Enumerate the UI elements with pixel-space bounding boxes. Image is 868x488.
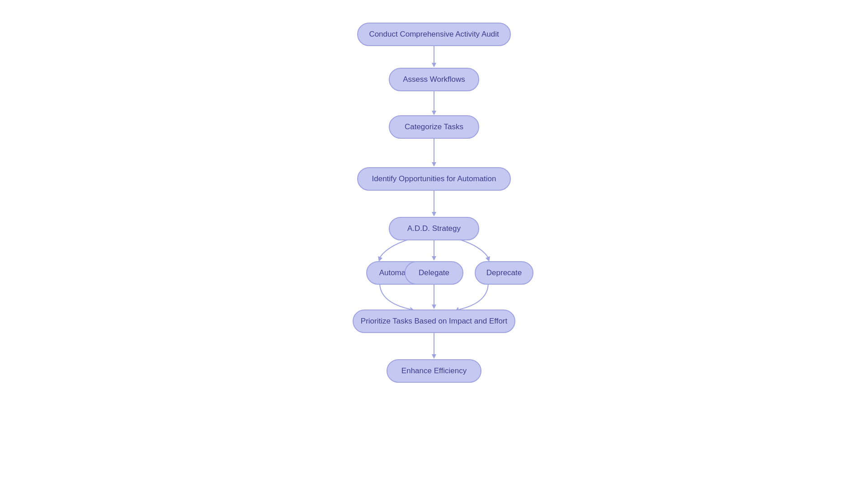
flowchart: Conduct Comprehensive Activity Audit Ass… [298,14,570,474]
identify-node: Identify Opportunities for Automation [357,167,511,191]
svg-marker-10 [432,256,436,261]
svg-marker-14 [432,305,436,309]
svg-marker-3 [432,111,436,115]
add-strategy-node: A.D.D. Strategy [389,217,479,240]
prioritize-node: Prioritize Tasks Based on Impact and Eff… [353,310,515,333]
audit-node: Conduct Comprehensive Activity Audit [357,23,511,46]
svg-marker-5 [432,162,436,167]
svg-marker-1 [432,63,436,67]
delegate-node: Delegate [405,261,463,285]
enhance-node: Enhance Efficiency [387,359,481,383]
svg-marker-17 [432,354,436,359]
categorize-node: Categorize Tasks [389,115,479,139]
svg-marker-7 [432,212,436,216]
deprecate-node: Deprecate [475,261,533,285]
assess-node: Assess Workflows [389,68,479,91]
